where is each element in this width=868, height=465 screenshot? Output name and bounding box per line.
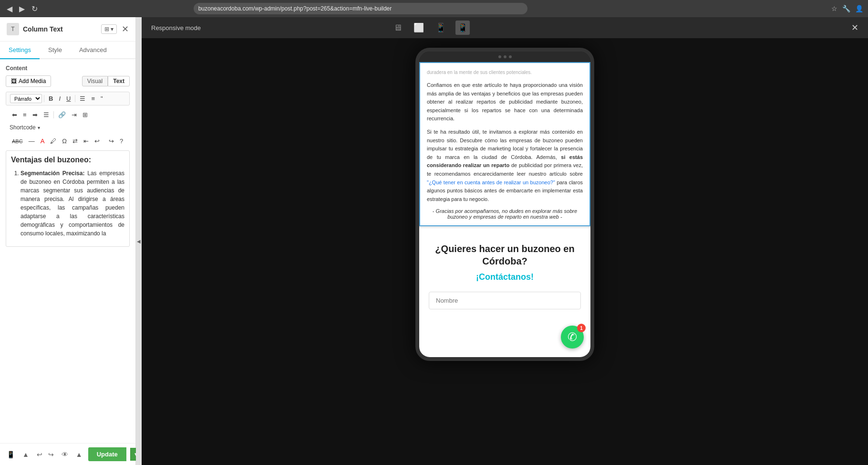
editor-toolbar-row3: ABC — A 🖊 Ω ⇄ ⇤ ↩ ↪ ?	[6, 135, 130, 148]
underline-button[interactable]: U	[64, 94, 73, 103]
arrow-up-icon[interactable]: ▲	[21, 450, 31, 459]
panel-title: Column Text	[23, 25, 101, 33]
shortcode-row[interactable]: Shortcode ▾	[6, 124, 130, 131]
browser-right-icons: ☆ 🔧 👤	[831, 5, 863, 12]
undo-redo-group: ↩ ↪	[35, 450, 56, 459]
panel-header-icons: ⊞ ▾ ✕	[101, 24, 129, 34]
strikethrough-button[interactable]: ABC	[10, 137, 25, 145]
align-center-button[interactable]: ≡	[21, 110, 29, 119]
font-color-button[interactable]: A	[38, 137, 47, 146]
responsive-icon[interactable]: 📱	[5, 450, 17, 459]
editor-area[interactable]: Ventajas del buzoneo: Segmentación Preci…	[6, 150, 130, 247]
shortcode-label: Shortcode	[10, 124, 36, 131]
panel-content: Content 🖼 Add Media Visual Text Párrafo …	[0, 59, 135, 443]
forward-button[interactable]: ▶	[17, 3, 27, 14]
article-section: duradera en la mente de sus clientes pot…	[419, 62, 590, 226]
address-bar[interactable]: buzoneacordoba.com/wp-admin/post.php?pos…	[194, 3, 527, 14]
article-para1: Confiamos en que este artículo te haya p…	[427, 81, 583, 123]
editor-list: Segmentación Precisa: Las empresas de bu…	[21, 169, 124, 238]
format-select[interactable]: Párrafo	[10, 94, 42, 103]
rtl-button[interactable]: ⇄	[70, 137, 80, 146]
visual-tab-button[interactable]: Visual	[82, 76, 108, 86]
preview-icon[interactable]: 👁	[60, 450, 70, 459]
justify-button[interactable]: ☰	[41, 110, 52, 119]
left-panel: T Column Text ⊞ ▾ ✕ Settings Style Advan…	[0, 17, 136, 465]
mobile-frame: duradera en la mente de sus clientes pot…	[415, 48, 594, 361]
tab-settings[interactable]: Settings	[0, 42, 40, 59]
panel-bottom: 📱 ▲ ↩ ↪ 👁 ▲ Update ▾	[0, 443, 135, 465]
history-undo-button[interactable]: ↩	[35, 450, 44, 459]
shortcode-arrow-icon: ▾	[38, 125, 40, 130]
options-arrow-icon[interactable]: ▲	[74, 450, 84, 459]
mobile-dot-3	[509, 55, 512, 58]
whatsapp-button[interactable]: ✆ 1	[561, 326, 584, 349]
editor-toolbar-row2: ⬅ ≡ ➡ ☰ 🔗 ⇥ ⊞	[6, 108, 130, 121]
refresh-button[interactable]: ↻	[30, 3, 40, 14]
mobile-dot-1	[498, 55, 501, 58]
panel-close-button[interactable]: ✕	[122, 24, 129, 34]
whatsapp-icon: ✆	[568, 330, 577, 344]
align-left-button[interactable]: ⬅	[10, 110, 20, 119]
account-icon[interactable]: 👤	[855, 5, 863, 12]
bold-button[interactable]: B	[46, 94, 55, 103]
tablet-device-button[interactable]: ⬜	[412, 21, 426, 35]
article-fade-text: duradera en la mente de sus clientes pot…	[427, 69, 583, 76]
content-actions: 🖼 Add Media Visual Text	[6, 75, 130, 87]
preview-canvas: duradera en la mente de sus clientes pot…	[142, 38, 868, 465]
back-button[interactable]: ◀	[5, 3, 14, 14]
cta-link[interactable]: ¡Contáctanos!	[429, 272, 581, 282]
special-char-button[interactable]: Ω	[60, 137, 69, 146]
add-media-label: Add Media	[19, 78, 46, 85]
device-icons: 🖥 ⬜ 📱 📱	[392, 21, 470, 35]
collapse-arrow-icon: ◀	[137, 239, 141, 244]
whatsapp-area: ✆ 1	[419, 324, 590, 357]
cta-section: ¿Quieres hacer un buzoneo en Córdoba? ¡C…	[419, 226, 590, 324]
help-button[interactable]: ?	[117, 137, 125, 146]
article-link[interactable]: "¿Qué tener en cuenta antes de realizar …	[427, 180, 557, 185]
bookmark-icon[interactable]: ☆	[831, 5, 837, 12]
mobile-landscape-device-button[interactable]: 📱	[434, 21, 448, 35]
browser-bar: ◀ ▶ ↻ buzoneacordoba.com/wp-admin/post.p…	[0, 0, 868, 17]
blockquote-button[interactable]: "	[98, 94, 105, 103]
add-media-button[interactable]: 🖼 Add Media	[6, 75, 51, 87]
text-tab-button[interactable]: Text	[108, 76, 130, 86]
article-footer: - Gracias por acompañarnos, no dudes en …	[427, 208, 583, 220]
cta-title: ¿Quieres hacer un buzoneo en Córdoba?	[429, 243, 581, 267]
undo-button[interactable]: ↩	[92, 137, 102, 146]
tab-style[interactable]: Style	[40, 42, 71, 59]
background-color-button[interactable]: 🖊	[48, 137, 59, 146]
unordered-list-button[interactable]: ☰	[77, 94, 88, 103]
history-redo-button[interactable]: ↪	[46, 450, 56, 459]
content-label: Content	[6, 65, 130, 72]
mobile-device-button[interactable]: 📱	[455, 21, 470, 35]
extensions-icon[interactable]: 🔧	[842, 5, 850, 12]
indent-decrease-button[interactable]: ⇤	[81, 137, 91, 146]
desktop-device-button[interactable]: 🖥	[392, 21, 404, 35]
link-button[interactable]: 🔗	[56, 110, 68, 119]
collapse-handle[interactable]: ◀	[136, 17, 142, 465]
panel-icon: T	[7, 23, 19, 35]
table-button[interactable]: ⊞	[80, 110, 90, 119]
hr-button[interactable]: —	[26, 137, 37, 146]
redo-icon[interactable]: ↪	[106, 137, 116, 146]
preview-area: Responsive mode 🖥 ⬜ 📱 📱 ✕	[142, 17, 868, 465]
nombre-input[interactable]	[429, 292, 581, 309]
url-text: buzoneacordoba.com/wp-admin/post.php?pos…	[198, 5, 392, 12]
responsive-mode-label: Responsive mode	[151, 24, 201, 32]
tab-advanced[interactable]: Advanced	[71, 42, 115, 59]
ordered-list-button[interactable]: ≡	[89, 94, 97, 103]
panel-header: T Column Text ⊞ ▾ ✕	[0, 17, 135, 42]
update-button[interactable]: Update	[88, 447, 126, 461]
mobile-dot-2	[504, 55, 506, 58]
list-item-1-text: Las empresas de buzoneo en Córdoba permi…	[21, 170, 124, 237]
whatsapp-badge: 1	[577, 324, 586, 332]
indent-button[interactable]: ⇥	[69, 110, 79, 119]
italic-button[interactable]: I	[56, 94, 63, 103]
preview-close-button[interactable]: ✕	[851, 22, 858, 33]
panel-options-button[interactable]: ⊞ ▾	[101, 24, 117, 34]
article-para2: Si te ha resultado útil, te invitamos a …	[427, 128, 583, 203]
add-media-icon: 🖼	[11, 78, 17, 85]
editor-title: Ventajas del buzoneo:	[11, 156, 124, 164]
align-right-button[interactable]: ➡	[30, 110, 40, 119]
panel-tabs: Settings Style Advanced	[0, 42, 135, 59]
